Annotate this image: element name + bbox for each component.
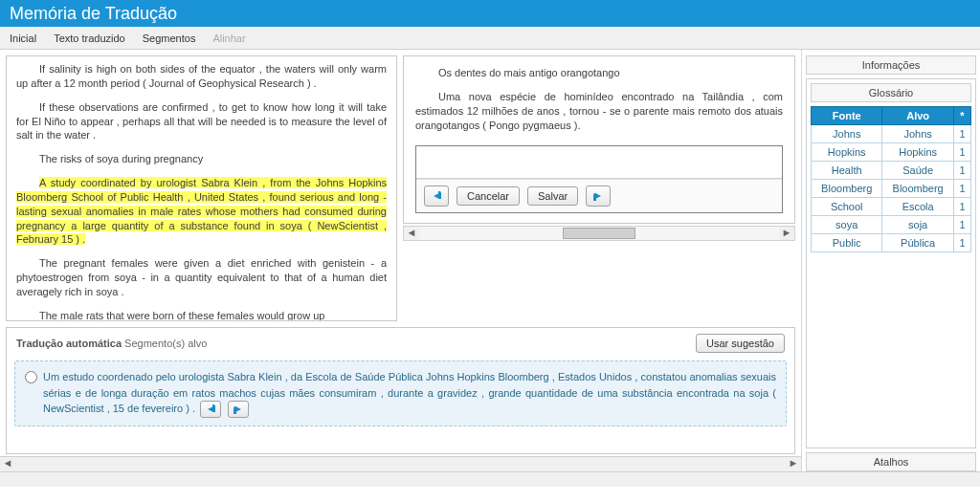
app-title-bar: Memória de Tradução bbox=[0, 0, 980, 27]
segment-edit-toolbar: Cancelar Salvar bbox=[416, 179, 782, 212]
scroll-left-icon[interactable]: ◄ bbox=[404, 227, 419, 240]
glossary-cell-alvo: Hopkins bbox=[882, 143, 953, 162]
arrow-down-right-icon bbox=[595, 193, 601, 199]
glossary-row[interactable]: JohnsJohns1 bbox=[812, 125, 971, 143]
source-paragraph: If these observations are confirmed , to… bbox=[16, 100, 387, 143]
mt-suggestion-box[interactable]: Um estudo coordenado pelo urologista Sab… bbox=[14, 360, 787, 426]
source-paragraph: The male rats that were born of these fe… bbox=[16, 309, 387, 321]
scroll-track[interactable] bbox=[15, 457, 786, 471]
glossary-cell-count: 1 bbox=[953, 180, 970, 198]
footer-strip bbox=[0, 471, 980, 487]
glossary-cell-fonte: Hopkins bbox=[812, 143, 882, 162]
glossary-row[interactable]: HealthSaúde1 bbox=[812, 162, 971, 180]
glossary-row[interactable]: soyasoja1 bbox=[812, 216, 971, 234]
arrow-up-left-icon bbox=[208, 406, 213, 412]
glossary-cell-count: 1 bbox=[953, 143, 970, 162]
source-paragraph: The risks of soya during pregnancy bbox=[16, 152, 387, 166]
machine-translation-pane: Tradução automática Segmento(s) alvo Usa… bbox=[6, 327, 795, 454]
arrow-up-left-icon bbox=[434, 193, 439, 199]
menu-inicial[interactable]: Inicial bbox=[10, 33, 36, 44]
target-paragraph: Uma nova espécie de hominídeo encontrado… bbox=[415, 90, 783, 133]
scroll-right-icon[interactable]: ► bbox=[786, 457, 801, 471]
source-paragraph: The pregnant females were given a diet e… bbox=[16, 256, 387, 299]
menu-alinhar: Alinhar bbox=[212, 33, 245, 44]
menu-segmentos[interactable]: Segmentos bbox=[143, 33, 196, 44]
glossary-cell-count: 1 bbox=[953, 216, 970, 234]
glossary-cell-alvo: Saúde bbox=[882, 162, 953, 180]
target-paragraph: Os dentes do mais antigo orangotango bbox=[415, 66, 783, 80]
arrow-down-right-icon bbox=[235, 406, 241, 412]
segment-edit-input[interactable] bbox=[416, 146, 782, 179]
glossary-cell-alvo: Escola bbox=[882, 198, 953, 216]
glossary-cell-count: 1 bbox=[953, 198, 970, 216]
glossary-cell-fonte: Bloomberg bbox=[812, 180, 882, 198]
scroll-right-icon[interactable]: ► bbox=[779, 227, 794, 240]
info-panel-header[interactable]: Informações bbox=[806, 55, 976, 75]
glossary-cell-count: 1 bbox=[953, 162, 970, 180]
glossary-cell-alvo: Bloomberg bbox=[882, 180, 953, 198]
shortcuts-panel-header[interactable]: Atalhos bbox=[806, 452, 976, 471]
glossary-panel: Glossário Fonte Alvo * JohnsJohns1Hopkin… bbox=[806, 78, 976, 448]
glossary-cell-fonte: Health bbox=[812, 162, 882, 180]
glossary-header-star[interactable]: * bbox=[953, 107, 970, 125]
prev-suggestion-button[interactable] bbox=[200, 401, 221, 418]
source-paragraph-highlighted[interactable]: A study coordinated by urologist Sabra K… bbox=[16, 176, 387, 247]
glossary-row[interactable]: HopkinsHopkins1 bbox=[812, 143, 971, 162]
source-paragraph: If salinity is high on both sides of the… bbox=[16, 62, 387, 91]
scroll-track[interactable] bbox=[419, 227, 779, 240]
mt-label: Tradução automática Segmento(s) alvo bbox=[16, 338, 207, 349]
glossary-cell-count: 1 bbox=[953, 234, 970, 252]
left-column: If salinity is high on both sides of the… bbox=[0, 50, 802, 471]
right-column: Informações Glossário Fonte Alvo * Johns… bbox=[802, 50, 980, 471]
use-suggestion-button[interactable]: Usar sugestão bbox=[696, 334, 785, 353]
menu-bar: Inicial Texto traduzido Segmentos Alinha… bbox=[0, 27, 980, 50]
segment-edit-box: Cancelar Salvar bbox=[415, 145, 783, 213]
scroll-thumb[interactable] bbox=[563, 228, 635, 239]
source-text-pane[interactable]: If salinity is high on both sides of the… bbox=[6, 55, 397, 321]
top-panes: If salinity is high on both sides of the… bbox=[0, 50, 801, 323]
glossary-header-alvo[interactable]: Alvo bbox=[882, 107, 953, 125]
target-text-pane: Os dentes do mais antigo orangotango Uma… bbox=[403, 55, 795, 224]
glossary-cell-fonte: School bbox=[812, 198, 882, 216]
glossary-title: Glossário bbox=[811, 83, 971, 102]
glossary-cell-fonte: Public bbox=[812, 234, 882, 252]
glossary-cell-alvo: Pública bbox=[882, 234, 953, 252]
glossary-cell-count: 1 bbox=[953, 125, 970, 143]
workspace: If salinity is high on both sides of the… bbox=[0, 50, 980, 471]
suggestion-radio[interactable] bbox=[25, 371, 37, 383]
mt-header: Tradução automática Segmento(s) alvo Usa… bbox=[7, 328, 794, 359]
next-segment-button[interactable] bbox=[586, 186, 611, 207]
menu-texto-traduzido[interactable]: Texto traduzido bbox=[54, 33, 125, 44]
glossary-cell-alvo: Johns bbox=[882, 125, 953, 143]
bottom-horizontal-scrollbar[interactable]: ◄ ► bbox=[0, 456, 801, 471]
scroll-left-icon[interactable]: ◄ bbox=[0, 457, 15, 471]
suggestion-text: Um estudo coordenado pelo urologista Sab… bbox=[43, 369, 776, 418]
app-title: Memória de Tradução bbox=[10, 4, 177, 23]
glossary-table: Fonte Alvo * JohnsJohns1HopkinsHopkins1H… bbox=[811, 106, 971, 252]
next-suggestion-button[interactable] bbox=[228, 401, 249, 418]
glossary-row[interactable]: PublicPública1 bbox=[812, 234, 971, 252]
glossary-header-fonte[interactable]: Fonte bbox=[812, 107, 882, 125]
glossary-cell-alvo: soja bbox=[882, 216, 953, 234]
cancel-button[interactable]: Cancelar bbox=[457, 186, 520, 206]
glossary-cell-fonte: soya bbox=[812, 216, 882, 234]
target-horizontal-scrollbar[interactable]: ◄ ► bbox=[403, 226, 795, 241]
save-button[interactable]: Salvar bbox=[527, 186, 578, 206]
glossary-row[interactable]: BloombergBloomberg1 bbox=[812, 180, 971, 198]
glossary-row[interactable]: SchoolEscola1 bbox=[812, 198, 971, 216]
glossary-body: JohnsJohns1HopkinsHopkins1HealthSaúde1Bl… bbox=[812, 125, 971, 252]
glossary-cell-fonte: Johns bbox=[812, 125, 882, 143]
prev-segment-button[interactable] bbox=[424, 186, 449, 207]
